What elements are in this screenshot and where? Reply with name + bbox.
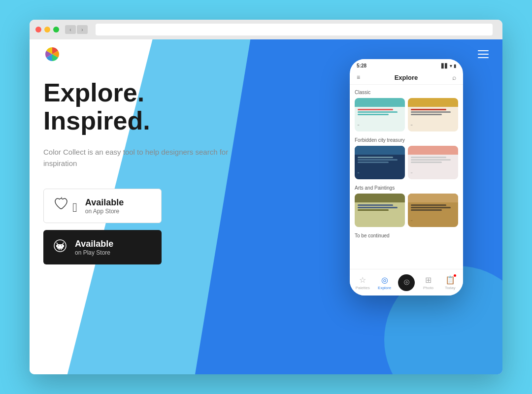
phone-tab-bar: ☆ Palettes ◎ Explore ⦾ ⊞ Photo bbox=[350, 269, 463, 296]
minimize-button[interactable] bbox=[44, 27, 50, 33]
svg-rect-5 bbox=[61, 249, 62, 250]
phone-status-bar: 5:28 ▋▋ ▾ ▮ bbox=[350, 59, 463, 70]
nav-buttons: ‹ › bbox=[65, 25, 88, 34]
app-store-button[interactable]:  Available on App Store bbox=[43, 189, 162, 223]
hero-section: Explore. Inspired. Color Collect is an e… bbox=[43, 79, 231, 264]
play-store-title: Available bbox=[75, 239, 113, 249]
hero-title-line1: Explore. bbox=[43, 78, 144, 107]
page-content: Explore. Inspired. Color Collect is an e… bbox=[30, 39, 502, 374]
svg-rect-1 bbox=[57, 244, 63, 249]
phone-body: Classic " bbox=[350, 85, 463, 272]
today-icon: 📋 bbox=[445, 275, 455, 285]
svg-rect-4 bbox=[59, 249, 60, 250]
forward-button[interactable]: › bbox=[77, 25, 88, 34]
phone-nav-bar: ≡ Explore ⌕ bbox=[350, 70, 463, 85]
arts-card-1[interactable] bbox=[355, 194, 405, 227]
svg-line-7 bbox=[63, 243, 64, 244]
svg-rect-2 bbox=[56, 245, 57, 247]
explore-label: Explore bbox=[378, 286, 391, 290]
quote-icon-3: " bbox=[358, 171, 359, 176]
phone-menu-icon: ≡ bbox=[357, 74, 360, 81]
traffic-lights bbox=[35, 27, 59, 33]
apple-icon:  bbox=[54, 197, 77, 215]
tab-photo[interactable]: ⊞ Photo bbox=[417, 275, 439, 290]
tab-camera[interactable]: ⦾ bbox=[396, 274, 417, 291]
battery-icon: ▮ bbox=[454, 64, 456, 68]
browser-chrome: ‹ › bbox=[30, 20, 502, 39]
forbidden-card-2[interactable]: " bbox=[408, 146, 458, 179]
app-store-sub: on App Store bbox=[85, 208, 124, 215]
classic-palette-row: " " bbox=[355, 98, 458, 131]
explore-icon: ◎ bbox=[381, 275, 388, 285]
signal-icon: ▋▋ bbox=[441, 64, 448, 68]
tab-palettes[interactable]: ☆ Palettes bbox=[352, 275, 373, 290]
quote-icon-5: " bbox=[411, 219, 412, 224]
quote-icon-1: " bbox=[358, 124, 359, 129]
to-be-continued-label: To be continued bbox=[355, 233, 458, 238]
tab-today[interactable]: 📋 Today bbox=[439, 275, 461, 290]
forbidden-palette-row: " " bbox=[355, 146, 458, 179]
app-store-text: Available on App Store bbox=[85, 197, 124, 215]
play-store-sub: on Play Store bbox=[75, 249, 113, 256]
hamburger-line-1 bbox=[478, 50, 489, 51]
section-arts-label: Arts and Paintings bbox=[355, 185, 458, 191]
hero-subtitle: Color Collect is an easy tool to help de… bbox=[43, 147, 231, 169]
svg-line-6 bbox=[57, 243, 58, 244]
play-store-text: Available on Play Store bbox=[75, 239, 113, 256]
browser-window: ‹ › bbox=[30, 20, 502, 374]
svg-rect-3 bbox=[63, 245, 64, 247]
tab-explore[interactable]: ◎ Explore bbox=[373, 275, 395, 290]
photo-icon: ⊞ bbox=[425, 275, 432, 285]
hero-title: Explore. Inspired. bbox=[43, 79, 231, 135]
close-button[interactable] bbox=[35, 27, 41, 33]
logo-icon bbox=[43, 45, 61, 63]
back-button[interactable]: ‹ bbox=[65, 25, 76, 34]
svg-point-8 bbox=[58, 245, 59, 246]
classic-card-1[interactable]: " bbox=[355, 98, 405, 131]
wifi-icon: ▾ bbox=[450, 64, 452, 68]
logo bbox=[43, 45, 61, 63]
address-bar[interactable] bbox=[96, 24, 493, 35]
hero-title-line2: Inspired. bbox=[43, 106, 150, 135]
phone-search-icon: ⌕ bbox=[452, 73, 456, 81]
arts-card-2[interactable]: " bbox=[408, 194, 458, 227]
today-label: Today bbox=[445, 286, 455, 290]
hamburger-line-2 bbox=[478, 54, 489, 55]
store-buttons:  Available on App Store bbox=[43, 189, 231, 264]
phone-time: 5:28 bbox=[357, 63, 366, 68]
palettes-icon: ☆ bbox=[359, 275, 366, 285]
svg-point-9 bbox=[61, 245, 62, 246]
quote-icon-4: " bbox=[411, 171, 412, 176]
arts-palette-row: " bbox=[355, 194, 458, 227]
forbidden-card-1[interactable]: " bbox=[355, 146, 405, 179]
section-forbidden-label: Forbidden city treasury bbox=[355, 137, 458, 143]
hamburger-line-3 bbox=[478, 57, 489, 58]
classic-card-2[interactable]: " bbox=[408, 98, 458, 131]
phone-mockup: 5:28 ▋▋ ▾ ▮ ≡ Explore ⌕ Classic bbox=[350, 59, 463, 296]
camera-button[interactable]: ⦾ bbox=[398, 274, 415, 291]
maximize-button[interactable] bbox=[53, 27, 59, 33]
phone-nav-title: Explore bbox=[395, 74, 418, 81]
section-classic-label: Classic bbox=[355, 90, 458, 95]
phone-status-icons: ▋▋ ▾ ▮ bbox=[441, 64, 456, 68]
camera-icon: ⦾ bbox=[404, 278, 409, 287]
play-store-button[interactable]: Available on Play Store bbox=[43, 230, 162, 264]
photo-label: Photo bbox=[423, 286, 433, 290]
hamburger-menu[interactable] bbox=[478, 50, 489, 58]
palettes-label: Palettes bbox=[356, 286, 370, 290]
quote-icon-2: " bbox=[411, 124, 412, 129]
android-icon bbox=[53, 239, 67, 256]
app-store-title: Available bbox=[85, 197, 124, 208]
